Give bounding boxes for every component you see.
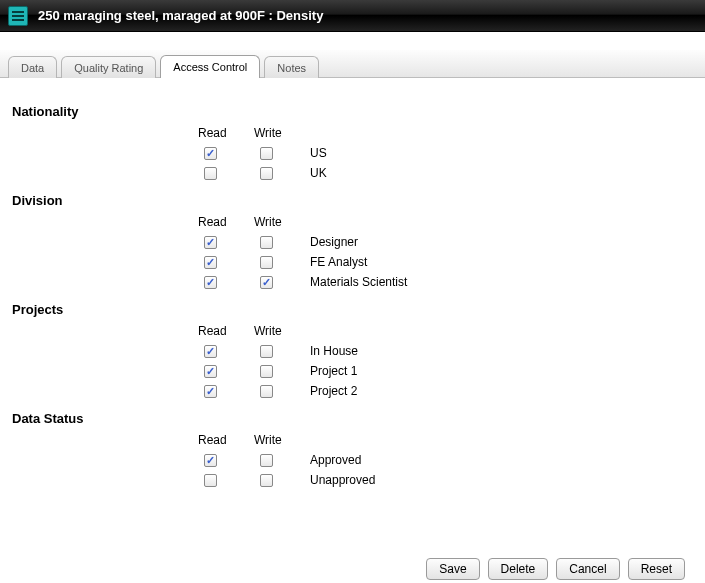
row-label: Project 1: [310, 364, 693, 378]
grid-header: ReadWrite: [198, 321, 693, 341]
section-title: Division: [12, 193, 693, 208]
row-label: Materials Scientist: [310, 275, 693, 289]
app-icon: [8, 6, 28, 26]
col-read-header: Read: [198, 126, 254, 140]
permission-grid: ReadWriteIn HouseProject 1Project 2: [198, 321, 693, 401]
section-title: Projects: [12, 302, 693, 317]
write-checkbox[interactable]: [260, 167, 273, 180]
row-label: FE Analyst: [310, 255, 693, 269]
col-read-header: Read: [198, 215, 254, 229]
read-checkbox[interactable]: [204, 276, 217, 289]
title-bar: 250 maraging steel, maraged at 900F : De…: [0, 0, 705, 32]
section-title: Data Status: [12, 411, 693, 426]
section-title: Nationality: [12, 104, 693, 119]
tab-notes[interactable]: Notes: [264, 56, 319, 78]
read-checkbox[interactable]: [204, 256, 217, 269]
read-checkbox[interactable]: [204, 167, 217, 180]
permission-row: UK: [198, 163, 693, 183]
permission-row: Approved: [198, 450, 693, 470]
row-label: Approved: [310, 453, 693, 467]
permission-grid: ReadWriteUSUK: [198, 123, 693, 183]
permission-row: Designer: [198, 232, 693, 252]
write-checkbox[interactable]: [260, 236, 273, 249]
row-label: In House: [310, 344, 693, 358]
write-checkbox[interactable]: [260, 454, 273, 467]
grid-header: ReadWrite: [198, 212, 693, 232]
col-write-header: Write: [254, 126, 310, 140]
row-label: Designer: [310, 235, 693, 249]
write-checkbox[interactable]: [260, 474, 273, 487]
permission-row: US: [198, 143, 693, 163]
col-write-header: Write: [254, 215, 310, 229]
cancel-button[interactable]: Cancel: [556, 558, 619, 580]
read-checkbox[interactable]: [204, 474, 217, 487]
tab-bar: DataQuality RatingAccess ControlNotes: [0, 50, 705, 78]
write-checkbox[interactable]: [260, 385, 273, 398]
footer-buttons: Save Delete Cancel Reset: [0, 550, 705, 583]
permission-row: Materials Scientist: [198, 272, 693, 292]
permission-row: Project 1: [198, 361, 693, 381]
grid-header: ReadWrite: [198, 123, 693, 143]
read-checkbox[interactable]: [204, 236, 217, 249]
content-area: NationalityReadWriteUSUKDivisionReadWrit…: [0, 78, 705, 550]
tab-quality-rating[interactable]: Quality Rating: [61, 56, 156, 78]
permission-grid: ReadWriteApprovedUnapproved: [198, 430, 693, 490]
tab-data[interactable]: Data: [8, 56, 57, 78]
permission-grid: ReadWriteDesignerFE AnalystMaterials Sci…: [198, 212, 693, 292]
tab-access-control[interactable]: Access Control: [160, 55, 260, 78]
read-checkbox[interactable]: [204, 385, 217, 398]
write-checkbox[interactable]: [260, 365, 273, 378]
col-write-header: Write: [254, 324, 310, 338]
row-label: US: [310, 146, 693, 160]
write-checkbox[interactable]: [260, 256, 273, 269]
row-label: Project 2: [310, 384, 693, 398]
col-read-header: Read: [198, 433, 254, 447]
read-checkbox[interactable]: [204, 454, 217, 467]
page-title: 250 maraging steel, maraged at 900F : De…: [38, 8, 323, 23]
write-checkbox[interactable]: [260, 276, 273, 289]
col-read-header: Read: [198, 324, 254, 338]
row-label: Unapproved: [310, 473, 693, 487]
save-button[interactable]: Save: [426, 558, 479, 580]
read-checkbox[interactable]: [204, 345, 217, 358]
read-checkbox[interactable]: [204, 147, 217, 160]
row-label: UK: [310, 166, 693, 180]
reset-button[interactable]: Reset: [628, 558, 685, 580]
delete-button[interactable]: Delete: [488, 558, 549, 580]
write-checkbox[interactable]: [260, 345, 273, 358]
grid-header: ReadWrite: [198, 430, 693, 450]
write-checkbox[interactable]: [260, 147, 273, 160]
permission-row: In House: [198, 341, 693, 361]
permission-row: FE Analyst: [198, 252, 693, 272]
permission-row: Project 2: [198, 381, 693, 401]
permission-row: Unapproved: [198, 470, 693, 490]
col-write-header: Write: [254, 433, 310, 447]
read-checkbox[interactable]: [204, 365, 217, 378]
